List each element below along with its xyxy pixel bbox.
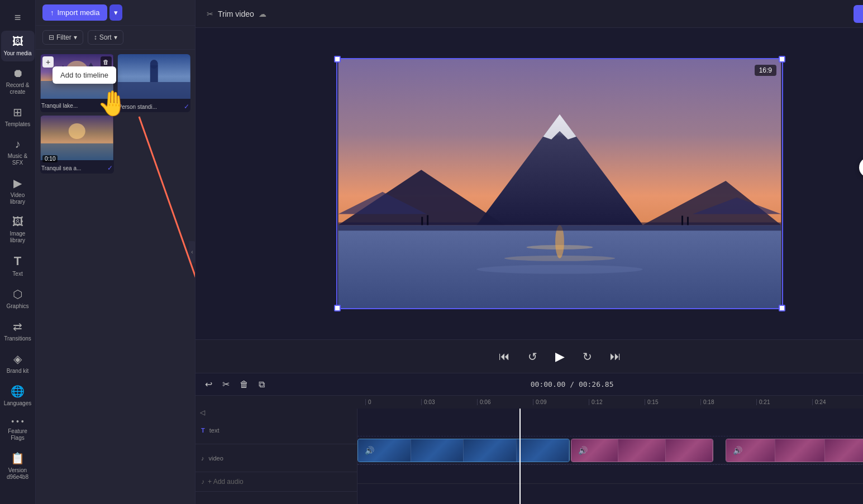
import-media-button[interactable]: ↑ Import media [42,4,107,21]
tranquil-sea-preview [40,116,114,160]
svg-rect-30 [427,215,428,225]
sidebar-item-label: Version d96e4b8 [3,467,32,481]
record-icon: ⏺ [12,67,23,80]
resize-handle-tr[interactable] [779,56,785,63]
aspect-ratio-badge: 16:9 [755,65,776,76]
clip-frame [825,439,864,462]
feature-flags-icon: • • • [11,417,23,426]
video-track-name: video [209,455,223,462]
sidebar-item-label: Graphics [6,303,28,310]
media-filename: Person standi... [118,104,157,110]
media-thumb-tranquil-sea[interactable]: 0:10 Tranquil sea a... ✓ [40,116,114,174]
sidebar-item-image-library[interactable]: 🖼 Image library [1,211,35,248]
ruler-mark: 0:09 [533,399,589,405]
transitions-icon: ⇄ [13,320,22,333]
skip-back-button[interactable]: ⏮ [495,347,513,366]
import-dropdown-button[interactable]: ▾ [109,4,122,21]
sidebar-item-feature-flags[interactable]: • • • Feature Flags [1,412,35,446]
svg-marker-28 [338,222,781,231]
copy-button[interactable]: ⧉ [256,377,268,392]
sidebar-item-label: Video library [3,192,32,205]
cut-button[interactable]: ✂ [220,376,232,392]
sidebar-item-label: Transitions [4,335,31,342]
sidebar-item-label: Record &create [6,82,30,95]
clip-frame [775,439,824,462]
delete-media-button[interactable]: 🗑 [101,56,112,68]
add-audio-row[interactable]: ♪ + Add audio [196,472,357,492]
delete-clip-button[interactable]: 🗑 [237,377,251,392]
sidebar-item-label: Languages [4,400,32,407]
resize-handle-bl[interactable] [334,305,341,311]
sidebar-item-record[interactable]: ⏺ Record &create [1,63,35,100]
resize-handle-tl[interactable] [334,56,341,63]
timeline-ruler: 0 0:03 0:06 0:09 0:12 0:15 0:18 0:21 0:2… [196,395,863,409]
filter-label: Filter [56,33,71,41]
person-standing-preview [117,54,191,99]
sort-button[interactable]: ↕ Sort ▾ [88,30,123,45]
undo-button[interactable]: ↩ [202,376,215,392]
playback-controls: ⏮ ↺ ▶ ↻ ⏭ ⛶ [196,339,863,373]
fast-forward-button[interactable]: ↻ [579,347,595,367]
sidebar-item-graphics[interactable]: ⬡ Graphics [1,283,35,314]
filter-chevron-icon: ▾ [74,33,77,41]
video-clip-3[interactable]: 🔊 [726,439,863,462]
sort-label: Sort [99,33,112,41]
sidebar-item-music-sfx[interactable]: ♪ Music & SFX [1,133,35,171]
skip-forward-button[interactable]: ⏭ [607,347,624,366]
video-track-label: ♪ video [196,444,357,472]
ruler-mark: 0:15 [645,399,700,405]
ruler-mark: 0:12 [589,399,645,405]
sidebar-item-transitions[interactable]: ⇄ Transitions [1,315,35,347]
sidebar-item-video-library[interactable]: ▶ Video library [1,172,35,210]
checked-icon: ✓ [107,164,113,172]
panel-collapse-handle[interactable]: ‹ [189,241,196,263]
video-scene [337,59,782,308]
svg-point-10 [69,123,85,139]
sidebar-item-languages[interactable]: 🌐 Languages [1,380,35,411]
play-button[interactable]: ▶ [552,346,568,367]
page-title: ✂ Trim video ☁ [207,9,266,18]
rewind-button[interactable]: ↺ [525,347,541,367]
text-track-name: text [209,427,220,434]
sidebar-item-brand-kit[interactable]: ◈ Brand kit [1,348,35,379]
track-labels: ◁ T text ♪ video ♪ + Add audio [196,409,357,504]
track-content-area: 🔊 🔊 [357,409,863,504]
ruler-mark: 0:24 [812,399,863,405]
timeline-toolbar: ↩ ✂ 🗑 ⧉ 00:00.00 / 00:26.85 − + ⛶ [196,373,863,395]
ruler-mark: 0:03 [421,399,477,405]
help-button[interactable]: ? [859,157,863,177]
sidebar-item-version[interactable]: 📋 Version d96e4b8 [1,447,35,485]
ruler-mark: 0 [365,399,421,405]
media-filename: Tranquil sea a... [41,165,81,171]
sort-icon: ↕ [94,33,97,41]
music-icon: ♪ [15,138,21,151]
ruler-mark: 0:18 [700,399,756,405]
media-panel: ↑ Import media ▾ ⊟ Filter ▾ ↕ Sort ▾ Add… [36,0,196,504]
export-button[interactable]: ↑ Export ▾ [854,5,863,23]
sidebar-item-label: Text [12,271,22,277]
video-library-icon: ▶ [13,176,22,190]
top-bar: ✂ Trim video ☁ ↑ Export ▾ [196,0,863,28]
resize-handle-br[interactable] [779,305,785,311]
music-note-icon: ♪ [201,455,204,462]
sidebar-item-label: Brand kit [7,368,28,375]
sidebar-item-your-media[interactable]: 🖼 Your media [1,31,35,61]
video-clip-2[interactable]: 🔊 [571,439,713,462]
sidebar-item-templates[interactable]: ⊞ Templates [1,101,35,132]
filter-button[interactable]: ⊟ Filter ▾ [42,30,83,45]
svg-point-8 [150,60,158,69]
music-add-icon: ♪ [201,478,204,486]
video-preview: 16:9 [336,58,783,309]
sidebar-item-text[interactable]: T Text [1,249,35,282]
ruler-marks: 0 0:03 0:06 0:09 0:12 0:15 0:18 0:21 0:2… [365,399,863,405]
hamburger-menu-icon[interactable]: ≡ [8,4,28,31]
add-audio-label: + Add audio [208,478,244,486]
clip-frame [618,439,665,462]
media-thumb-person-standing[interactable]: Person standi... ✓ [117,54,191,112]
text-icon: T [14,254,21,268]
clip-audio-icon: 🔊 [728,446,747,455]
languages-icon: 🌐 [11,385,25,398]
video-track-row: 🔊 🔊 [357,436,863,464]
video-clip-1[interactable]: 🔊 [357,439,570,462]
media-label-tranquil-lake: Tranquil lake... [40,101,114,111]
